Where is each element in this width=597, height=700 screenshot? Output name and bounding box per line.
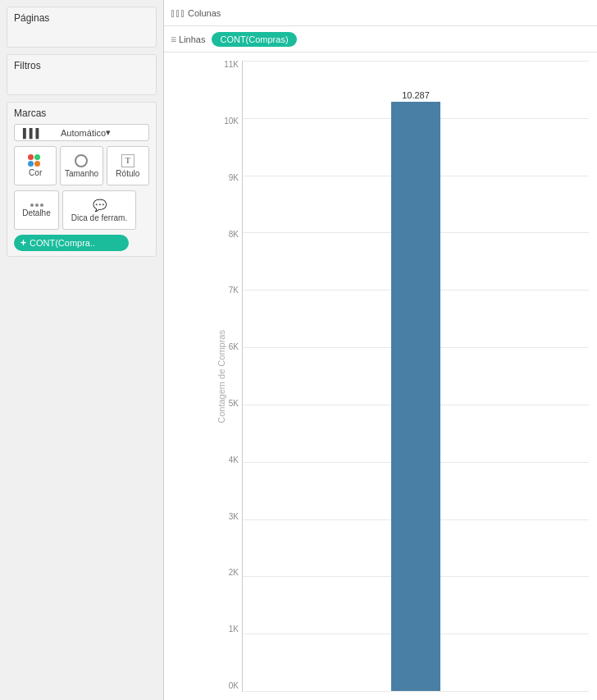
linhas-shelf: ≡ Linhas CONT(Compras) <box>164 26 597 53</box>
colunas-label: ⫿⫿⫿ Colunas <box>171 7 221 19</box>
marks-buttons-row1: Cor Tamanho T Rótulo <box>14 146 149 185</box>
cor-icon <box>28 154 43 167</box>
cont-compra-pill[interactable]: + CONT(Compra.. <box>14 235 129 251</box>
linhas-pill[interactable]: CONT(Compras) <box>212 32 296 47</box>
colunas-shelf: ⫿⫿⫿ Colunas <box>164 0 597 26</box>
bar <box>391 102 440 691</box>
cor-button[interactable]: Cor <box>14 146 57 185</box>
linhas-label: ≡ Linhas <box>171 34 205 45</box>
filters-section: Filtros <box>7 54 157 95</box>
dica-button[interactable]: 💬 Dica de ferram. <box>62 190 136 230</box>
cont-pill-label: CONT(Compra.. <box>30 238 95 248</box>
marks-type-label: Automático <box>61 128 106 138</box>
rotulo-label: Rótulo <box>116 169 139 178</box>
y-axis-title: Contagem de Compras <box>216 330 226 423</box>
plus-icon: + <box>21 237 26 249</box>
pages-title: Páginas <box>14 12 149 24</box>
filters-title: Filtros <box>14 60 149 71</box>
dica-label: Dica de ferram. <box>71 213 127 222</box>
tamanho-label: Tamanho <box>65 169 98 178</box>
dica-icon: 💬 <box>93 199 107 212</box>
marks-type-dropdown[interactable]: ▐▐▐ Automático ▾ <box>14 124 149 141</box>
detalhe-label: Detalhe <box>22 208 50 217</box>
pages-section: Páginas <box>7 7 157 48</box>
bars-container: 10.287 <box>242 61 589 692</box>
chart-area: Contagem de Compras 0K1K2K3K4K5K6K7K8K9K… <box>164 53 597 700</box>
detalhe-icon <box>30 204 43 207</box>
tamanho-icon <box>75 154 88 167</box>
marks-buttons-row2: Detalhe 💬 Dica de ferram. <box>14 190 149 230</box>
gridline <box>243 691 589 692</box>
linhas-icon: ≡ <box>171 34 176 45</box>
main-content: ⫿⫿⫿ Colunas ≡ Linhas CONT(Compras) Conta… <box>164 0 597 700</box>
colunas-icon: ⫿⫿⫿ <box>171 7 185 19</box>
marcas-title: Marcas <box>14 108 149 119</box>
chevron-down-icon: ▾ <box>106 127 144 138</box>
bar-value-label: 10.287 <box>402 90 430 100</box>
cor-label: Cor <box>29 168 42 177</box>
bar-chart-icon: ▐▐▐ <box>20 128 57 138</box>
detalhe-button[interactable]: Detalhe <box>14 190 59 230</box>
sidebar: Páginas Filtros Marcas ▐▐▐ Automático ▾ … <box>0 0 164 700</box>
gridline <box>243 61 589 62</box>
rotulo-button[interactable]: T Rótulo <box>107 146 149 185</box>
tamanho-button[interactable]: Tamanho <box>60 146 103 185</box>
bar-wrapper: 10.287 <box>391 90 440 691</box>
marcas-section: Marcas ▐▐▐ Automático ▾ Cor <box>7 102 157 257</box>
rotulo-icon: T <box>121 154 134 167</box>
chart-inner: Contagem de Compras 0K1K2K3K4K5K6K7K8K9K… <box>213 61 589 692</box>
